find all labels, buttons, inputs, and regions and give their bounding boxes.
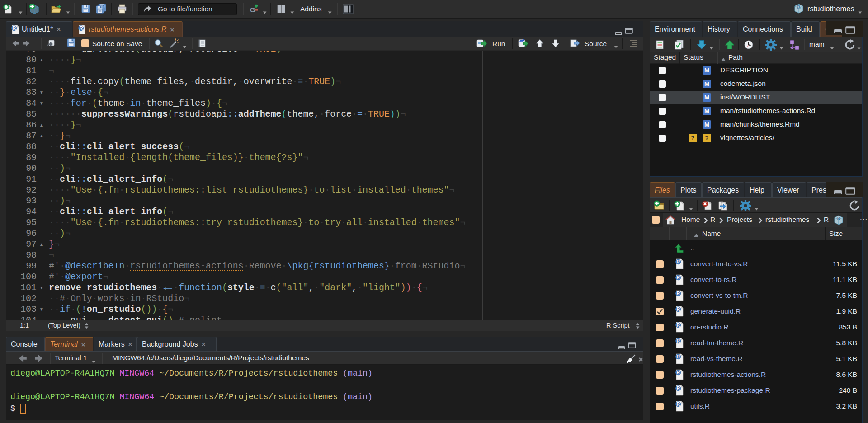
svg-text:R: R	[676, 275, 680, 280]
svg-text:R: R	[837, 216, 840, 221]
svg-text:R: R	[676, 370, 680, 375]
svg-text:R: R	[676, 291, 680, 296]
svg-text:R: R	[797, 4, 801, 9]
svg-text:R: R	[676, 322, 680, 328]
svg-text:R: R	[676, 259, 680, 264]
svg-text:R: R	[79, 25, 83, 31]
svg-text:R: R	[676, 338, 680, 343]
svg-text:R: R	[676, 385, 680, 391]
svg-text:R: R	[676, 401, 680, 407]
svg-text:G: G	[250, 6, 255, 14]
svg-text:R: R	[12, 25, 16, 31]
svg-text:R: R	[676, 306, 680, 312]
svg-text:R: R	[676, 354, 680, 359]
